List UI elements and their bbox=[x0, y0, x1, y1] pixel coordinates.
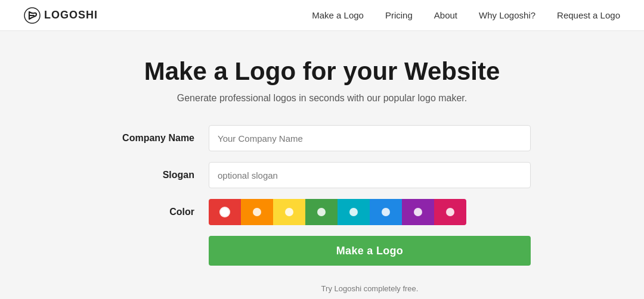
color-swatch-pink[interactable] bbox=[434, 199, 466, 225]
slogan-label: Slogan bbox=[113, 170, 209, 180]
nav-request-a-logo[interactable]: Request a Logo bbox=[557, 10, 620, 20]
swatch-dot-purple bbox=[414, 208, 422, 216]
nav-pricing[interactable]: Pricing bbox=[385, 10, 413, 20]
brand-name: LOGOSHI bbox=[44, 9, 98, 21]
logo-icon bbox=[24, 7, 41, 24]
nav-why-logoshi[interactable]: Why Logoshi? bbox=[479, 10, 535, 20]
main-content: Make a Logo for your Website Generate pr… bbox=[0, 31, 644, 299]
color-swatch-orange[interactable] bbox=[241, 199, 273, 225]
slogan-input[interactable] bbox=[209, 162, 531, 188]
color-swatch-red[interactable] bbox=[209, 199, 241, 225]
swatch-dot-orange bbox=[253, 208, 261, 216]
logo-form: Company Name Slogan Color Make a Logo Tr… bbox=[113, 125, 531, 299]
page-subtitle: Generate professional logos in seconds w… bbox=[177, 93, 467, 104]
footnote-line1: Try Logoshi completely free. bbox=[209, 282, 531, 295]
nav-about[interactable]: About bbox=[434, 10, 457, 20]
company-name-label: Company Name bbox=[113, 133, 209, 144]
color-swatch-blue[interactable] bbox=[370, 199, 402, 225]
footnote: Try Logoshi completely free. No risk, no… bbox=[209, 282, 531, 299]
nav-links: Make a Logo Pricing About Why Logoshi? R… bbox=[312, 10, 620, 21]
brand-logo[interactable]: LOGOSHI bbox=[24, 7, 98, 24]
color-swatch-yellow[interactable] bbox=[273, 199, 305, 225]
navbar: LOGOSHI Make a Logo Pricing About Why Lo… bbox=[0, 0, 644, 31]
footnote-line2: No risk, no sign up, no credit card requ… bbox=[209, 295, 531, 299]
page-title: Make a Logo for your Website bbox=[144, 57, 500, 86]
color-swatch-purple[interactable] bbox=[402, 199, 434, 225]
color-swatch-teal[interactable] bbox=[338, 199, 370, 225]
color-label: Color bbox=[113, 207, 209, 217]
nav-make-a-logo[interactable]: Make a Logo bbox=[312, 10, 364, 20]
swatch-dot-green bbox=[317, 208, 326, 216]
color-swatches bbox=[209, 199, 466, 225]
swatch-dot-red bbox=[221, 208, 229, 216]
slogan-row: Slogan bbox=[113, 162, 531, 188]
swatch-dot-pink bbox=[446, 208, 454, 216]
color-row: Color bbox=[113, 199, 531, 225]
swatch-dot-yellow bbox=[285, 208, 293, 216]
make-logo-button[interactable]: Make a Logo bbox=[209, 236, 531, 266]
swatch-dot-teal bbox=[349, 208, 358, 216]
company-name-row: Company Name bbox=[113, 125, 531, 151]
color-swatch-green[interactable] bbox=[305, 199, 338, 225]
company-name-input[interactable] bbox=[209, 125, 531, 151]
swatch-dot-blue bbox=[382, 208, 390, 216]
